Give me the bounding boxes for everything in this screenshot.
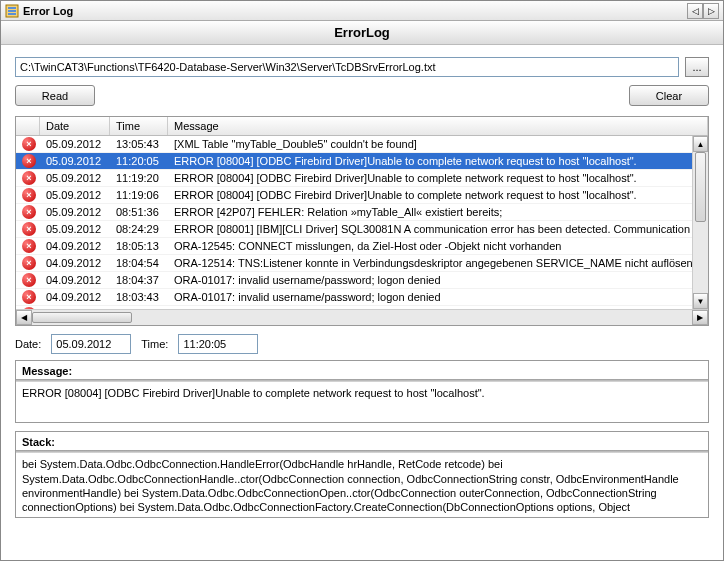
error-icon — [22, 290, 36, 304]
table-row[interactable]: 05.09.201213:05:43[XML Table "myTable_Do… — [16, 136, 708, 153]
row-icon-cell — [16, 137, 40, 152]
row-time-cell: 18:01:23 — [110, 308, 168, 309]
table-row[interactable]: 05.09.201211:19:06ERROR [08004] [ODBC Fi… — [16, 187, 708, 204]
col-message-header[interactable]: Message — [168, 117, 708, 135]
row-time-cell: 18:04:54 — [110, 257, 168, 269]
detail-time-label: Time: — [141, 338, 168, 350]
row-time-cell: 13:05:43 — [110, 138, 168, 150]
message-label: Message: — [22, 365, 702, 377]
stack-label: Stack: — [22, 436, 702, 448]
row-message-cell: ERROR [08004] [ODBC Firebird Driver]Unab… — [168, 189, 708, 201]
table-row[interactable]: 04.09.201218:04:37ORA-01017: invalid use… — [16, 272, 708, 289]
row-time-cell: 11:19:20 — [110, 172, 168, 184]
log-path-input[interactable] — [15, 57, 679, 77]
stack-text: bei System.Data.Odbc.OdbcConnection.Hand… — [22, 457, 702, 513]
vertical-scrollbar[interactable]: ▲ ▼ — [692, 136, 708, 309]
table-row[interactable]: 05.09.201211:20:05ERROR [08004] [ODBC Fi… — [16, 153, 708, 170]
row-message-cell: ORA-01017: invalid username/password; lo… — [168, 274, 708, 286]
scroll-left-button[interactable]: ◀ — [16, 310, 32, 325]
error-icon — [22, 137, 36, 151]
table-row[interactable]: 04.09.201218:01:23Wrong Parametersize fr… — [16, 306, 708, 309]
row-icon-cell — [16, 273, 40, 288]
error-icon — [22, 188, 36, 202]
horizontal-scrollbar[interactable]: ◀ ▶ — [16, 309, 708, 325]
row-icon-cell — [16, 188, 40, 203]
error-icon — [22, 307, 36, 309]
col-date-header[interactable]: Date — [40, 117, 110, 135]
table-row[interactable]: 05.09.201211:19:20ERROR [08004] [ODBC Fi… — [16, 170, 708, 187]
col-icon-header[interactable] — [16, 117, 40, 135]
svg-rect-1 — [8, 7, 16, 9]
scroll-up-button[interactable]: ▲ — [693, 136, 708, 152]
row-date-cell: 05.09.2012 — [40, 223, 110, 235]
svg-rect-3 — [8, 13, 16, 15]
row-message-cell: [XML Table "myTable_Double5" couldn't be… — [168, 138, 708, 150]
row-icon-cell — [16, 171, 40, 186]
scroll-right-button[interactable]: ▶ — [692, 310, 708, 325]
detail-date-input[interactable] — [51, 334, 131, 354]
clear-button[interactable]: Clear — [629, 85, 709, 106]
scroll-down-button[interactable]: ▼ — [693, 293, 708, 309]
read-button[interactable]: Read — [15, 85, 95, 106]
window-title: Error Log — [23, 5, 683, 17]
row-date-cell: 05.09.2012 — [40, 189, 110, 201]
hscroll-track[interactable] — [32, 310, 692, 325]
error-icon — [22, 171, 36, 185]
detail-row: Date: Time: — [15, 334, 709, 354]
error-icon — [22, 256, 36, 270]
row-message-cell: ORA-12545: CONNECT misslungen, da Ziel-H… — [168, 240, 708, 252]
error-icon — [22, 273, 36, 287]
row-time-cell: 18:04:37 — [110, 274, 168, 286]
row-date-cell: 04.09.2012 — [40, 257, 110, 269]
row-time-cell: 11:20:05 — [110, 155, 168, 167]
app-icon — [5, 4, 19, 18]
table-row[interactable]: 05.09.201208:24:29ERROR [08001] [IBM][CL… — [16, 221, 708, 238]
row-message-cell: ERROR [08004] [ODBC Firebird Driver]Unab… — [168, 172, 708, 184]
titlebar: Error Log ◁ ▷ — [1, 1, 723, 21]
row-date-cell: 05.09.2012 — [40, 138, 110, 150]
table-header: Date Time Message — [16, 117, 708, 136]
separator — [16, 450, 708, 453]
browse-button[interactable]: ... — [685, 57, 709, 77]
scroll-thumb-horizontal[interactable] — [32, 312, 132, 323]
body: ... Read Clear Date Time Message 05.09.2… — [1, 45, 723, 560]
table-row[interactable]: 04.09.201218:04:54ORA-12514: TNS:Listene… — [16, 255, 708, 272]
row-message-cell: ORA-01017: invalid username/password; lo… — [168, 291, 708, 303]
message-box: Message: ERROR [08004] [ODBC Firebird Dr… — [15, 360, 709, 423]
window-nav: ◁ ▷ — [687, 3, 719, 19]
error-icon — [22, 154, 36, 168]
row-time-cell: 08:51:36 — [110, 206, 168, 218]
table-row[interactable]: 04.09.201218:05:13ORA-12545: CONNECT mis… — [16, 238, 708, 255]
stack-box: Stack: bei System.Data.Odbc.OdbcConnecti… — [15, 431, 709, 518]
row-time-cell: 08:24:29 — [110, 223, 168, 235]
row-icon-cell — [16, 222, 40, 237]
row-date-cell: 05.09.2012 — [40, 155, 110, 167]
nav-prev-button[interactable]: ◁ — [687, 3, 703, 19]
row-date-cell: 05.09.2012 — [40, 172, 110, 184]
row-time-cell: 11:19:06 — [110, 189, 168, 201]
row-icon-cell — [16, 256, 40, 271]
message-text: ERROR [08004] [ODBC Firebird Driver]Unab… — [22, 386, 702, 400]
row-date-cell: 04.09.2012 — [40, 240, 110, 252]
row-date-cell: 05.09.2012 — [40, 206, 110, 218]
separator — [16, 379, 708, 382]
error-icon — [22, 222, 36, 236]
row-icon-cell — [16, 307, 40, 309]
row-date-cell: 04.09.2012 — [40, 274, 110, 286]
scroll-thumb-vertical[interactable] — [695, 152, 706, 222]
row-icon-cell — [16, 290, 40, 305]
nav-next-button[interactable]: ▷ — [703, 3, 719, 19]
table-row[interactable]: 05.09.201208:51:36ERROR [42P07] FEHLER: … — [16, 204, 708, 221]
row-date-cell: 04.09.2012 — [40, 291, 110, 303]
row-icon-cell — [16, 154, 40, 169]
page-title: ErrorLog — [1, 21, 723, 45]
detail-date-label: Date: — [15, 338, 41, 350]
path-row: ... — [15, 57, 709, 77]
row-date-cell: 04.09.2012 — [40, 308, 110, 309]
table-body: 05.09.201213:05:43[XML Table "myTable_Do… — [16, 136, 708, 309]
error-table: Date Time Message 05.09.201213:05:43[XML… — [15, 116, 709, 326]
table-row[interactable]: 04.09.201218:03:43ORA-01017: invalid use… — [16, 289, 708, 306]
col-time-header[interactable]: Time — [110, 117, 168, 135]
detail-time-input[interactable] — [178, 334, 258, 354]
row-message-cell: Wrong Parametersize from ADS-Device:10.1… — [168, 308, 708, 309]
